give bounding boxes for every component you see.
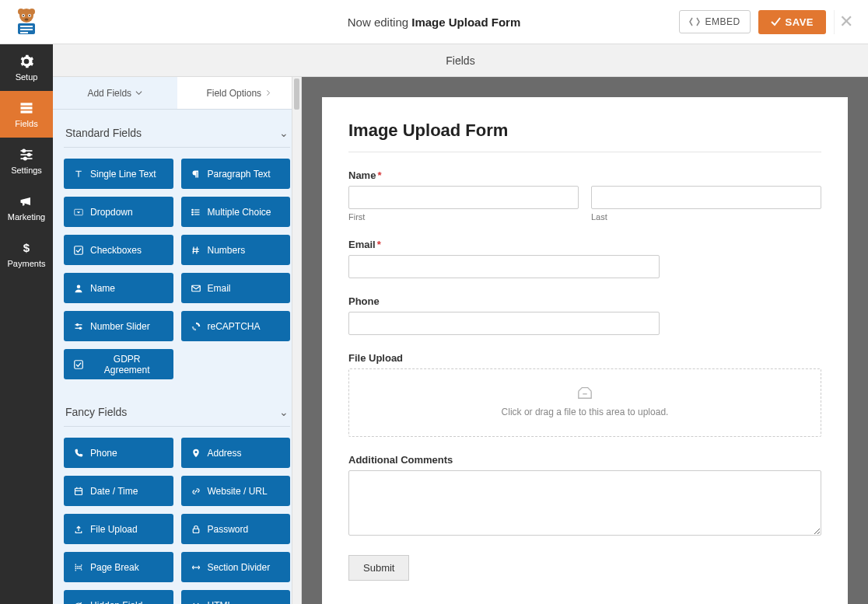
field-recaptcha[interactable]: reCAPTCHA — [181, 311, 291, 341]
svg-point-18 — [23, 149, 25, 152]
pin-icon — [191, 449, 201, 458]
standard-fields-header[interactable]: Standard Fields ⌄ — [64, 114, 290, 148]
svg-rect-45 — [193, 529, 199, 532]
field-date-time[interactable]: Date / Time — [64, 476, 173, 506]
svg-text:$: $ — [23, 241, 30, 254]
field-checkboxes[interactable]: Checkboxes — [64, 235, 173, 265]
field-multiple-choice[interactable]: Multiple Choice — [181, 197, 291, 227]
email-label: Email* — [348, 239, 821, 250]
field-paragraph-text[interactable]: Paragraph Text — [181, 159, 291, 189]
field-page-break[interactable]: Page Break — [64, 552, 173, 582]
field-name[interactable]: Name — [64, 273, 173, 303]
gear-icon — [19, 54, 34, 69]
svg-rect-10 — [20, 29, 33, 30]
field-phone[interactable]: Phone — [64, 438, 173, 468]
svg-point-2 — [29, 9, 35, 15]
tab-field-options[interactable]: Field Options — [177, 77, 302, 109]
form-icon — [19, 100, 34, 116]
comments-textarea[interactable] — [348, 470, 821, 536]
chevron-down-icon: ⌄ — [279, 127, 289, 139]
first-name-input[interactable] — [348, 186, 579, 209]
field-comments[interactable]: Additional Comments — [348, 454, 821, 538]
upload-icon — [73, 525, 84, 534]
form-canvas[interactable]: Image Upload Form Name* First Last — [322, 97, 848, 604]
svg-rect-14 — [21, 110, 33, 113]
svg-point-39 — [79, 327, 81, 329]
left-nav: Setup Fields Settings Marketing $ Paymen… — [0, 44, 53, 604]
form-preview-area: Image Upload Form Name* First Last — [302, 77, 868, 604]
preview-form-title: Image Upload Form — [348, 120, 821, 152]
mail-icon — [191, 284, 201, 293]
svg-point-5 — [23, 15, 24, 16]
eyeoff-icon — [73, 601, 84, 605]
upload-icon — [576, 385, 593, 400]
scrollbar[interactable] — [292, 77, 301, 604]
recaptcha-icon — [191, 322, 201, 331]
nav-payments[interactable]: $ Payments — [0, 231, 53, 278]
svg-rect-11 — [20, 32, 28, 33]
embed-button[interactable]: EMBED — [679, 10, 750, 33]
save-button[interactable]: SAVE — [758, 10, 826, 34]
paragraph-icon — [191, 169, 201, 179]
field-numbers[interactable]: Numbers — [181, 235, 291, 265]
dropzone-text: Click or drag a file to this area to upl… — [357, 407, 813, 417]
field-file-upload[interactable]: File Upload Click or drag a file to this… — [348, 352, 821, 437]
svg-point-20 — [24, 157, 26, 159]
field-email[interactable]: Email — [181, 273, 291, 303]
svg-rect-41 — [75, 488, 82, 494]
field-section-divider[interactable]: Section Divider — [181, 552, 291, 582]
svg-point-34 — [77, 285, 81, 288]
field-hidden-field[interactable]: Hidden Field — [64, 590, 173, 604]
svg-point-6 — [29, 15, 30, 16]
field-email[interactable]: Email* — [348, 239, 821, 278]
field-dropdown[interactable]: Dropdown — [64, 197, 173, 227]
check-icon — [73, 360, 84, 369]
phone-icon — [73, 449, 84, 458]
svg-point-7 — [25, 18, 29, 20]
field-number-slider[interactable]: Number Slider — [64, 311, 173, 341]
field-gdpr-agreement[interactable]: GDPR Agreement — [64, 349, 173, 379]
nav-marketing[interactable]: Marketing — [0, 184, 53, 231]
field-file-upload[interactable]: File Upload — [64, 514, 173, 544]
svg-point-27 — [191, 211, 193, 213]
last-name-input[interactable] — [591, 186, 821, 209]
dollar-icon: $ — [19, 240, 34, 256]
topbar: Now editing Image Upload Form EMBED SAVE… — [0, 0, 868, 44]
field-website-url[interactable]: Website / URL — [181, 476, 291, 506]
chevron-down-icon: ⌄ — [279, 406, 289, 418]
save-label: SAVE — [786, 16, 814, 28]
svg-rect-9 — [20, 26, 33, 27]
tab-add-fields[interactable]: Add Fields — [53, 77, 177, 109]
calendar-icon — [73, 487, 84, 496]
fancy-fields-header[interactable]: Fancy Fields ⌄ — [64, 393, 290, 427]
svg-line-31 — [196, 246, 197, 253]
field-html[interactable]: HTML — [181, 590, 291, 604]
svg-line-30 — [193, 246, 194, 253]
svg-point-26 — [191, 209, 193, 211]
phone-input[interactable] — [348, 312, 660, 335]
link-icon — [191, 487, 201, 496]
nav-settings[interactable]: Settings — [0, 138, 53, 184]
scroll-thumb[interactable] — [294, 79, 299, 110]
nav-fields[interactable]: Fields — [0, 91, 53, 138]
svg-point-19 — [28, 153, 30, 155]
field-single-line-text[interactable]: Single Line Text — [64, 159, 173, 189]
chevron-down-icon — [135, 89, 142, 96]
megaphone-icon — [19, 194, 34, 209]
hash-icon — [191, 246, 201, 255]
phone-label: Phone — [348, 295, 821, 307]
email-input[interactable] — [348, 255, 660, 278]
nav-setup[interactable]: Setup — [0, 44, 53, 91]
text-icon — [73, 169, 84, 179]
svg-rect-12 — [21, 103, 33, 105]
fields-header: Fields — [53, 44, 868, 77]
submit-button[interactable]: Submit — [348, 555, 409, 581]
dropzone[interactable]: Click or drag a file to this area to upl… — [348, 368, 821, 437]
field-address[interactable]: Address — [181, 438, 291, 468]
field-password[interactable]: Password — [181, 514, 291, 544]
field-name[interactable]: Name* First Last — [348, 169, 821, 222]
name-label: Name* — [348, 169, 821, 181]
close-button[interactable]: ✕ — [834, 10, 857, 34]
pagebreak-icon — [73, 563, 84, 572]
field-phone[interactable]: Phone — [348, 295, 821, 335]
